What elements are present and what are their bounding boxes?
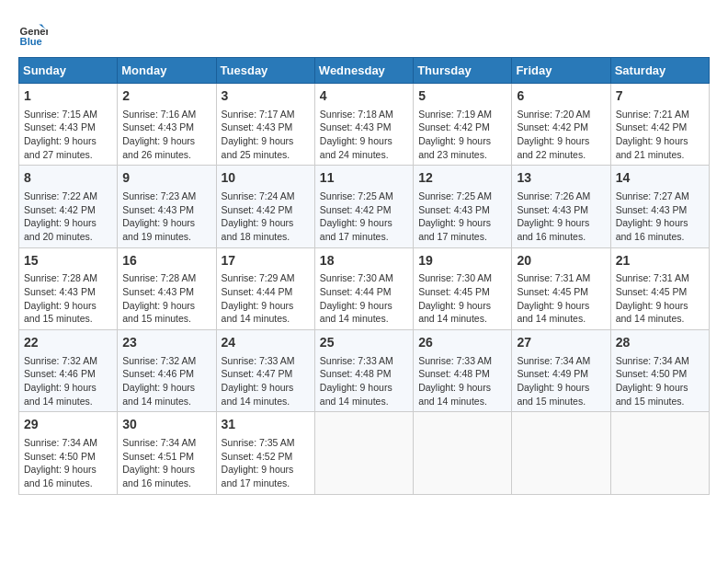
logo-icon: General Blue <box>18 18 48 48</box>
calendar-cell: 10Sunrise: 7:24 AM Sunset: 4:42 PM Dayli… <box>216 166 314 247</box>
day-info: Sunrise: 7:20 AM Sunset: 4:42 PM Dayligh… <box>517 108 605 162</box>
weekday-wednesday: Wednesday <box>314 58 413 84</box>
day-info: Sunrise: 7:33 AM Sunset: 4:48 PM Dayligh… <box>320 354 408 408</box>
day-number: 27 <box>517 334 605 352</box>
day-number: 6 <box>517 87 605 106</box>
day-number: 19 <box>418 252 506 270</box>
day-info: Sunrise: 7:32 AM Sunset: 4:46 PM Dayligh… <box>24 354 112 408</box>
day-number: 2 <box>122 87 210 106</box>
day-info: Sunrise: 7:28 AM Sunset: 4:43 PM Dayligh… <box>122 271 210 326</box>
calendar-cell: 8Sunrise: 7:22 AM Sunset: 4:42 PM Daylig… <box>19 166 118 247</box>
calendar-week-2: 8Sunrise: 7:22 AM Sunset: 4:42 PM Daylig… <box>19 166 710 247</box>
day-number: 25 <box>320 334 408 352</box>
weekday-friday: Friday <box>512 58 610 84</box>
day-number: 12 <box>418 169 506 188</box>
calendar-week-5: 29Sunrise: 7:34 AM Sunset: 4:50 PM Dayli… <box>19 412 710 494</box>
calendar-cell: 15Sunrise: 7:28 AM Sunset: 4:43 PM Dayli… <box>19 247 118 329</box>
calendar-table: SundayMondayTuesdayWednesdayThursdayFrid… <box>18 57 710 495</box>
day-number: 17 <box>222 252 310 270</box>
day-number: 21 <box>616 252 704 270</box>
day-number: 18 <box>320 252 408 270</box>
calendar-cell: 27Sunrise: 7:34 AM Sunset: 4:49 PM Dayli… <box>512 330 610 412</box>
calendar-cell <box>512 412 610 494</box>
weekday-saturday: Saturday <box>610 58 709 84</box>
day-number: 15 <box>24 252 112 270</box>
day-info: Sunrise: 7:33 AM Sunset: 4:48 PM Dayligh… <box>418 354 506 408</box>
calendar-cell: 17Sunrise: 7:29 AM Sunset: 4:44 PM Dayli… <box>216 247 314 329</box>
calendar-cell: 23Sunrise: 7:32 AM Sunset: 4:46 PM Dayli… <box>118 330 216 412</box>
day-info: Sunrise: 7:33 AM Sunset: 4:47 PM Dayligh… <box>222 354 310 408</box>
day-info: Sunrise: 7:34 AM Sunset: 4:49 PM Dayligh… <box>517 354 605 408</box>
svg-text:Blue: Blue <box>20 36 42 47</box>
calendar-cell: 28Sunrise: 7:34 AM Sunset: 4:50 PM Dayli… <box>610 330 709 412</box>
day-number: 11 <box>320 169 408 188</box>
calendar-cell: 29Sunrise: 7:34 AM Sunset: 4:50 PM Dayli… <box>19 412 118 494</box>
calendar-cell: 5Sunrise: 7:19 AM Sunset: 4:42 PM Daylig… <box>414 84 512 166</box>
calendar-cell: 1Sunrise: 7:15 AM Sunset: 4:43 PM Daylig… <box>19 84 118 166</box>
calendar-cell: 9Sunrise: 7:23 AM Sunset: 4:43 PM Daylig… <box>118 166 216 247</box>
day-info: Sunrise: 7:31 AM Sunset: 4:45 PM Dayligh… <box>517 271 605 326</box>
day-info: Sunrise: 7:24 AM Sunset: 4:42 PM Dayligh… <box>222 190 310 244</box>
calendar-cell: 12Sunrise: 7:25 AM Sunset: 4:43 PM Dayli… <box>414 166 512 247</box>
day-number: 29 <box>24 416 112 434</box>
day-number: 28 <box>616 334 704 352</box>
calendar-cell: 3Sunrise: 7:17 AM Sunset: 4:43 PM Daylig… <box>216 84 314 166</box>
calendar-cell: 25Sunrise: 7:33 AM Sunset: 4:48 PM Dayli… <box>314 330 413 412</box>
day-info: Sunrise: 7:34 AM Sunset: 4:51 PM Dayligh… <box>122 436 210 490</box>
day-info: Sunrise: 7:25 AM Sunset: 4:43 PM Dayligh… <box>418 190 506 244</box>
day-info: Sunrise: 7:30 AM Sunset: 4:45 PM Dayligh… <box>418 271 506 326</box>
day-number: 20 <box>517 252 605 270</box>
day-info: Sunrise: 7:35 AM Sunset: 4:52 PM Dayligh… <box>222 436 310 490</box>
calendar-cell: 16Sunrise: 7:28 AM Sunset: 4:43 PM Dayli… <box>118 247 216 329</box>
calendar-cell: 22Sunrise: 7:32 AM Sunset: 4:46 PM Dayli… <box>19 330 118 412</box>
calendar-cell: 14Sunrise: 7:27 AM Sunset: 4:43 PM Dayli… <box>610 166 709 247</box>
weekday-header-row: SundayMondayTuesdayWednesdayThursdayFrid… <box>19 58 710 84</box>
weekday-tuesday: Tuesday <box>216 58 314 84</box>
day-info: Sunrise: 7:34 AM Sunset: 4:50 PM Dayligh… <box>24 436 112 490</box>
logo: General Blue <box>18 18 51 48</box>
day-number: 23 <box>122 334 210 352</box>
day-number: 10 <box>222 169 310 188</box>
day-number: 9 <box>122 169 210 188</box>
weekday-monday: Monday <box>118 58 216 84</box>
calendar-week-3: 15Sunrise: 7:28 AM Sunset: 4:43 PM Dayli… <box>19 247 710 329</box>
day-info: Sunrise: 7:34 AM Sunset: 4:50 PM Dayligh… <box>616 354 704 408</box>
day-info: Sunrise: 7:29 AM Sunset: 4:44 PM Dayligh… <box>222 271 310 326</box>
calendar-cell: 13Sunrise: 7:26 AM Sunset: 4:43 PM Dayli… <box>512 166 610 247</box>
calendar-cell: 4Sunrise: 7:18 AM Sunset: 4:43 PM Daylig… <box>314 84 413 166</box>
day-info: Sunrise: 7:18 AM Sunset: 4:43 PM Dayligh… <box>320 108 408 162</box>
calendar-cell: 11Sunrise: 7:25 AM Sunset: 4:42 PM Dayli… <box>314 166 413 247</box>
day-number: 24 <box>222 334 310 352</box>
calendar-cell: 21Sunrise: 7:31 AM Sunset: 4:45 PM Dayli… <box>610 247 709 329</box>
day-number: 8 <box>24 169 112 188</box>
day-number: 16 <box>122 252 210 270</box>
day-number: 13 <box>517 169 605 188</box>
calendar-cell: 26Sunrise: 7:33 AM Sunset: 4:48 PM Dayli… <box>414 330 512 412</box>
calendar-cell: 31Sunrise: 7:35 AM Sunset: 4:52 PM Dayli… <box>216 412 314 494</box>
day-number: 22 <box>24 334 112 352</box>
day-info: Sunrise: 7:25 AM Sunset: 4:42 PM Dayligh… <box>320 190 408 244</box>
day-info: Sunrise: 7:26 AM Sunset: 4:43 PM Dayligh… <box>517 190 605 244</box>
day-number: 30 <box>122 416 210 434</box>
day-info: Sunrise: 7:16 AM Sunset: 4:43 PM Dayligh… <box>122 108 210 162</box>
day-info: Sunrise: 7:28 AM Sunset: 4:43 PM Dayligh… <box>24 271 112 326</box>
calendar-week-1: 1Sunrise: 7:15 AM Sunset: 4:43 PM Daylig… <box>19 84 710 166</box>
day-info: Sunrise: 7:17 AM Sunset: 4:43 PM Dayligh… <box>222 108 310 162</box>
day-number: 4 <box>320 87 408 106</box>
day-info: Sunrise: 7:15 AM Sunset: 4:43 PM Dayligh… <box>24 108 112 162</box>
calendar-cell <box>414 412 512 494</box>
day-number: 3 <box>222 87 310 106</box>
calendar-cell: 2Sunrise: 7:16 AM Sunset: 4:43 PM Daylig… <box>118 84 216 166</box>
calendar-cell <box>610 412 709 494</box>
day-number: 1 <box>24 87 112 106</box>
day-info: Sunrise: 7:30 AM Sunset: 4:44 PM Dayligh… <box>320 271 408 326</box>
day-info: Sunrise: 7:19 AM Sunset: 4:42 PM Dayligh… <box>418 108 506 162</box>
weekday-thursday: Thursday <box>414 58 512 84</box>
calendar-cell: 18Sunrise: 7:30 AM Sunset: 4:44 PM Dayli… <box>314 247 413 329</box>
calendar-cell: 20Sunrise: 7:31 AM Sunset: 4:45 PM Dayli… <box>512 247 610 329</box>
day-number: 14 <box>616 169 704 188</box>
calendar-cell: 6Sunrise: 7:20 AM Sunset: 4:42 PM Daylig… <box>512 84 610 166</box>
calendar-cell: 24Sunrise: 7:33 AM Sunset: 4:47 PM Dayli… <box>216 330 314 412</box>
day-info: Sunrise: 7:31 AM Sunset: 4:45 PM Dayligh… <box>616 271 704 326</box>
day-info: Sunrise: 7:22 AM Sunset: 4:42 PM Dayligh… <box>24 190 112 244</box>
